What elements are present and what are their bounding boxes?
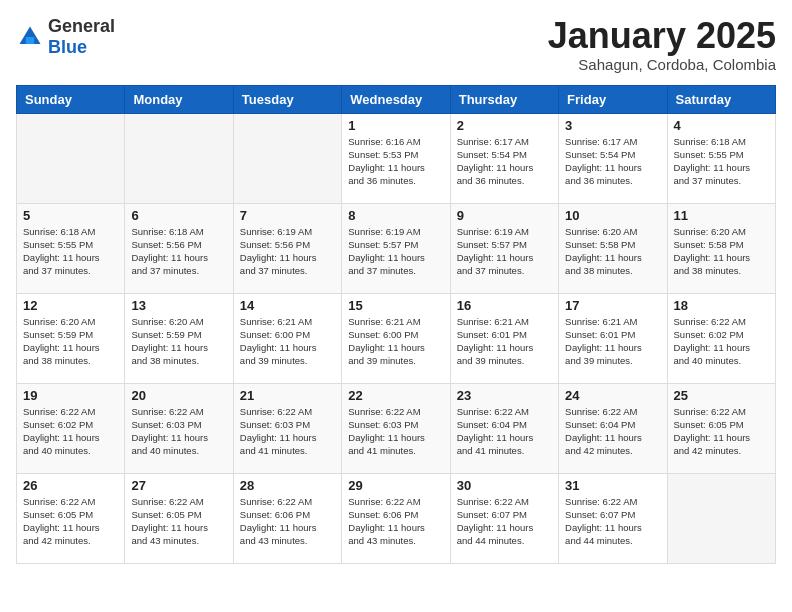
calendar-cell: 27Sunrise: 6:22 AM Sunset: 6:05 PM Dayli… [125,473,233,563]
column-header-tuesday: Tuesday [233,85,341,113]
calendar-cell: 2Sunrise: 6:17 AM Sunset: 5:54 PM Daylig… [450,113,558,203]
calendar-cell: 17Sunrise: 6:21 AM Sunset: 6:01 PM Dayli… [559,293,667,383]
day-info: Sunrise: 6:22 AM Sunset: 6:03 PM Dayligh… [240,405,335,458]
day-info: Sunrise: 6:22 AM Sunset: 6:04 PM Dayligh… [565,405,660,458]
day-number: 17 [565,298,660,313]
logo-general: General [48,16,115,36]
calendar-week-5: 26Sunrise: 6:22 AM Sunset: 6:05 PM Dayli… [17,473,776,563]
title-section: January 2025 Sahagun, Cordoba, Colombia [548,16,776,73]
day-info: Sunrise: 6:19 AM Sunset: 5:57 PM Dayligh… [457,225,552,278]
svg-rect-1 [26,37,34,44]
day-info: Sunrise: 6:20 AM Sunset: 5:59 PM Dayligh… [131,315,226,368]
day-number: 22 [348,388,443,403]
calendar-cell [17,113,125,203]
calendar-cell: 4Sunrise: 6:18 AM Sunset: 5:55 PM Daylig… [667,113,775,203]
day-info: Sunrise: 6:17 AM Sunset: 5:54 PM Dayligh… [565,135,660,188]
day-number: 13 [131,298,226,313]
calendar-cell: 6Sunrise: 6:18 AM Sunset: 5:56 PM Daylig… [125,203,233,293]
column-header-thursday: Thursday [450,85,558,113]
day-info: Sunrise: 6:22 AM Sunset: 6:07 PM Dayligh… [457,495,552,548]
day-info: Sunrise: 6:20 AM Sunset: 5:58 PM Dayligh… [565,225,660,278]
calendar-cell: 21Sunrise: 6:22 AM Sunset: 6:03 PM Dayli… [233,383,341,473]
logo-icon [16,23,44,51]
day-info: Sunrise: 6:19 AM Sunset: 5:56 PM Dayligh… [240,225,335,278]
day-number: 12 [23,298,118,313]
day-info: Sunrise: 6:22 AM Sunset: 6:05 PM Dayligh… [674,405,769,458]
calendar-cell: 25Sunrise: 6:22 AM Sunset: 6:05 PM Dayli… [667,383,775,473]
day-number: 15 [348,298,443,313]
day-number: 28 [240,478,335,493]
calendar-cell: 20Sunrise: 6:22 AM Sunset: 6:03 PM Dayli… [125,383,233,473]
day-number: 23 [457,388,552,403]
calendar-cell: 29Sunrise: 6:22 AM Sunset: 6:06 PM Dayli… [342,473,450,563]
day-info: Sunrise: 6:18 AM Sunset: 5:55 PM Dayligh… [674,135,769,188]
calendar-cell: 31Sunrise: 6:22 AM Sunset: 6:07 PM Dayli… [559,473,667,563]
day-info: Sunrise: 6:17 AM Sunset: 5:54 PM Dayligh… [457,135,552,188]
day-info: Sunrise: 6:22 AM Sunset: 6:06 PM Dayligh… [348,495,443,548]
calendar-cell: 24Sunrise: 6:22 AM Sunset: 6:04 PM Dayli… [559,383,667,473]
day-number: 25 [674,388,769,403]
day-number: 10 [565,208,660,223]
day-number: 9 [457,208,552,223]
day-info: Sunrise: 6:20 AM Sunset: 5:58 PM Dayligh… [674,225,769,278]
calendar-cell [125,113,233,203]
calendar-week-2: 5Sunrise: 6:18 AM Sunset: 5:55 PM Daylig… [17,203,776,293]
day-info: Sunrise: 6:21 AM Sunset: 6:00 PM Dayligh… [348,315,443,368]
logo-blue: Blue [48,37,87,57]
day-info: Sunrise: 6:22 AM Sunset: 6:03 PM Dayligh… [348,405,443,458]
calendar-week-3: 12Sunrise: 6:20 AM Sunset: 5:59 PM Dayli… [17,293,776,383]
day-info: Sunrise: 6:22 AM Sunset: 6:05 PM Dayligh… [131,495,226,548]
day-number: 5 [23,208,118,223]
calendar-cell: 11Sunrise: 6:20 AM Sunset: 5:58 PM Dayli… [667,203,775,293]
day-info: Sunrise: 6:21 AM Sunset: 6:01 PM Dayligh… [457,315,552,368]
day-info: Sunrise: 6:20 AM Sunset: 5:59 PM Dayligh… [23,315,118,368]
day-number: 26 [23,478,118,493]
day-number: 1 [348,118,443,133]
day-number: 2 [457,118,552,133]
logo-text: General Blue [48,16,115,58]
calendar-cell: 30Sunrise: 6:22 AM Sunset: 6:07 PM Dayli… [450,473,558,563]
day-number: 8 [348,208,443,223]
calendar-cell: 5Sunrise: 6:18 AM Sunset: 5:55 PM Daylig… [17,203,125,293]
column-header-monday: Monday [125,85,233,113]
calendar-cell: 19Sunrise: 6:22 AM Sunset: 6:02 PM Dayli… [17,383,125,473]
day-info: Sunrise: 6:22 AM Sunset: 6:04 PM Dayligh… [457,405,552,458]
day-number: 29 [348,478,443,493]
day-number: 31 [565,478,660,493]
calendar-cell: 16Sunrise: 6:21 AM Sunset: 6:01 PM Dayli… [450,293,558,383]
calendar-cell: 12Sunrise: 6:20 AM Sunset: 5:59 PM Dayli… [17,293,125,383]
day-number: 11 [674,208,769,223]
day-info: Sunrise: 6:18 AM Sunset: 5:56 PM Dayligh… [131,225,226,278]
day-info: Sunrise: 6:22 AM Sunset: 6:03 PM Dayligh… [131,405,226,458]
calendar-cell: 9Sunrise: 6:19 AM Sunset: 5:57 PM Daylig… [450,203,558,293]
calendar-week-4: 19Sunrise: 6:22 AM Sunset: 6:02 PM Dayli… [17,383,776,473]
day-info: Sunrise: 6:16 AM Sunset: 5:53 PM Dayligh… [348,135,443,188]
calendar-cell: 14Sunrise: 6:21 AM Sunset: 6:00 PM Dayli… [233,293,341,383]
calendar-week-1: 1Sunrise: 6:16 AM Sunset: 5:53 PM Daylig… [17,113,776,203]
calendar-header-row: SundayMondayTuesdayWednesdayThursdayFrid… [17,85,776,113]
column-header-wednesday: Wednesday [342,85,450,113]
day-info: Sunrise: 6:22 AM Sunset: 6:06 PM Dayligh… [240,495,335,548]
month-title: January 2025 [548,16,776,56]
calendar-cell: 10Sunrise: 6:20 AM Sunset: 5:58 PM Dayli… [559,203,667,293]
day-info: Sunrise: 6:21 AM Sunset: 6:01 PM Dayligh… [565,315,660,368]
calendar-cell: 8Sunrise: 6:19 AM Sunset: 5:57 PM Daylig… [342,203,450,293]
column-header-friday: Friday [559,85,667,113]
calendar-cell: 28Sunrise: 6:22 AM Sunset: 6:06 PM Dayli… [233,473,341,563]
day-number: 7 [240,208,335,223]
column-header-saturday: Saturday [667,85,775,113]
day-number: 30 [457,478,552,493]
day-number: 14 [240,298,335,313]
calendar-cell: 15Sunrise: 6:21 AM Sunset: 6:00 PM Dayli… [342,293,450,383]
day-info: Sunrise: 6:22 AM Sunset: 6:02 PM Dayligh… [23,405,118,458]
day-info: Sunrise: 6:21 AM Sunset: 6:00 PM Dayligh… [240,315,335,368]
day-number: 27 [131,478,226,493]
calendar-cell: 26Sunrise: 6:22 AM Sunset: 6:05 PM Dayli… [17,473,125,563]
calendar-cell: 18Sunrise: 6:22 AM Sunset: 6:02 PM Dayli… [667,293,775,383]
calendar-cell: 3Sunrise: 6:17 AM Sunset: 5:54 PM Daylig… [559,113,667,203]
calendar-cell: 22Sunrise: 6:22 AM Sunset: 6:03 PM Dayli… [342,383,450,473]
day-info: Sunrise: 6:18 AM Sunset: 5:55 PM Dayligh… [23,225,118,278]
column-header-sunday: Sunday [17,85,125,113]
day-info: Sunrise: 6:22 AM Sunset: 6:02 PM Dayligh… [674,315,769,368]
day-number: 20 [131,388,226,403]
